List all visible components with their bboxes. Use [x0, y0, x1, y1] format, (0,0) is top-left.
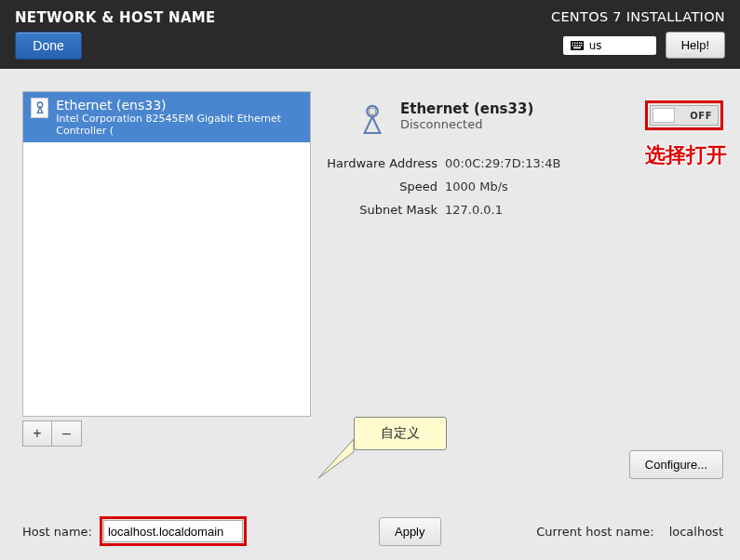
callout-tail-icon: [316, 435, 357, 482]
svg-rect-2: [574, 42, 576, 44]
nic-item-desc: Intel Corporation 82545EM Gigabit Ethern…: [56, 113, 303, 137]
svg-rect-10: [581, 45, 583, 47]
svg-rect-5: [581, 42, 583, 44]
network-interface-list[interactable]: Ethernet (ens33) Intel Corporation 82545…: [22, 91, 311, 417]
info-label: Speed: [326, 180, 437, 193]
svg-rect-3: [576, 42, 578, 44]
svg-rect-8: [576, 45, 578, 47]
keyboard-icon: [571, 41, 584, 50]
interface-toggle-switch[interactable]: OFF: [650, 105, 719, 126]
remove-interface-button[interactable]: –: [52, 420, 82, 447]
apply-hostname-button[interactable]: Apply: [379, 517, 441, 546]
ethernet-large-icon: [354, 100, 391, 138]
toggle-handle: [653, 108, 675, 123]
add-interface-button[interactable]: +: [22, 420, 52, 447]
ethernet-icon: [31, 98, 48, 118]
svg-rect-6: [572, 45, 573, 47]
configure-button[interactable]: Configure...: [629, 450, 723, 479]
hostname-label: Host name:: [22, 525, 92, 539]
toggle-state-label: OFF: [690, 111, 718, 121]
annotation-hostname-text: 自定义: [354, 417, 447, 450]
svg-rect-4: [579, 42, 581, 44]
nic-list-item[interactable]: Ethernet (ens33) Intel Corporation 82545…: [23, 92, 310, 142]
detail-interface-name: Ethernet (ens33): [400, 100, 533, 117]
info-value: 1000 Mb/s: [445, 180, 508, 193]
info-row-subnet: Subnet Mask 127.0.0.1: [326, 203, 723, 217]
info-row-speed: Speed 1000 Mb/s: [326, 180, 723, 193]
svg-marker-15: [318, 439, 354, 478]
keyboard-layout-indicator[interactable]: us: [563, 36, 656, 55]
svg-rect-1: [572, 42, 573, 44]
info-label: Subnet Mask: [326, 203, 437, 217]
page-title: NETWORK & HOST NAME: [15, 6, 216, 26]
current-hostname-value: localhost: [669, 525, 723, 539]
annotation-hostname-highlight: [100, 516, 247, 546]
nic-item-name: Ethernet (ens33): [56, 98, 303, 113]
annotation-toggle-highlight: OFF: [645, 100, 723, 130]
svg-rect-9: [579, 45, 581, 47]
done-button[interactable]: Done: [15, 32, 82, 60]
interface-detail-pane: Ethernet (ens33) Disconnected OFF 选择打开 H…: [326, 91, 723, 447]
info-label: Hardware Address: [326, 156, 437, 170]
hostname-input[interactable]: [103, 520, 243, 542]
header-bar: NETWORK & HOST NAME Done CENTOS 7 INSTAL…: [0, 0, 740, 69]
annotation-toggle-text: 选择打开: [645, 141, 727, 169]
installation-title: CENTOS 7 INSTALLATION: [551, 9, 725, 24]
detail-interface-status: Disconnected: [400, 117, 533, 131]
svg-rect-7: [574, 45, 576, 47]
info-value: 00:0C:29:7D:13:4B: [445, 156, 560, 170]
info-value: 127.0.0.1: [445, 203, 503, 217]
svg-rect-11: [573, 47, 581, 48]
hostname-input-extension[interactable]: [254, 517, 371, 545]
keyboard-layout-text: us: [589, 39, 602, 52]
current-hostname-label: Current host name:: [536, 525, 653, 539]
svg-rect-14: [370, 108, 376, 114]
help-button[interactable]: Help!: [666, 32, 725, 59]
annotation-hostname-callout: 自定义: [354, 417, 447, 450]
main-content: Ethernet (ens33) Intel Corporation 82545…: [0, 69, 740, 560]
